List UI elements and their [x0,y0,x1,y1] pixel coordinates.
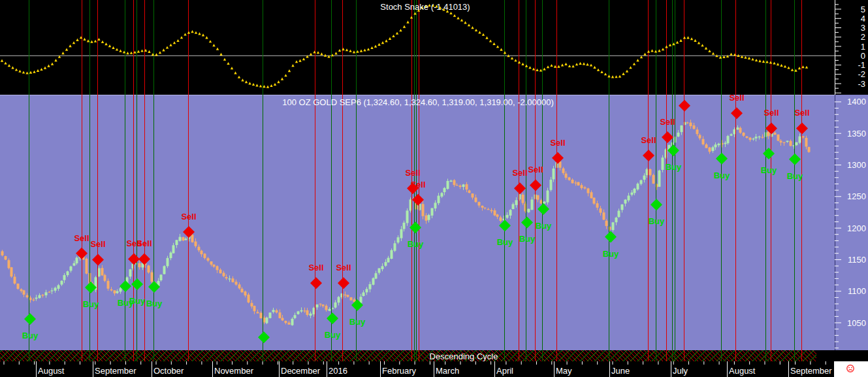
month-label: September [95,366,137,376]
month-label: July [673,366,688,376]
buy-signal-label: Buy [761,165,777,175]
trading-chart-window: SellSellSellSellSellSellSellSellSellSell… [0,0,868,377]
stoch-axis-tick-label: -3 [858,79,865,89]
sell-signal-label: Sell [660,117,675,127]
sell-signal-label: Sell [641,135,656,145]
stoch-panel-bg [0,0,868,95]
buy-signal-label: Buy [83,299,99,309]
buy-signal-label: Buy [22,331,39,340]
sell-signal-label: Sell [90,239,105,249]
buy-signal-label: Buy [649,216,665,226]
buy-signal-label: Buy [408,239,424,249]
buy-signal-label: Buy [666,162,682,172]
buy-signal-label: Buy [349,317,366,327]
buy-signal-label: Buy [325,330,341,340]
buy-signal-label: Buy [603,249,619,259]
sell-signal-label: Sell [336,263,351,272]
stoch-axis-tick-label: 2 [861,32,865,42]
buy-signal-label: Buy [536,221,552,231]
month-label: May [556,366,572,376]
stoch-axis-tick-label: 4 [861,14,865,24]
main-panel-bg [0,95,868,350]
buy-signal-label: Buy [519,234,536,244]
price-axis-tick-label: 1250 [847,191,866,201]
sell-signal-label: Sell [550,138,565,148]
sell-signal-label: Sell [137,238,152,248]
price-axis-tick-label: 1300 [847,160,866,170]
stoch-axis-tick-label: -1 [858,60,865,70]
stoch-axis-tick-label: 0 [861,51,865,61]
price-axis-tick-label: 1050 [847,318,866,328]
price-axis-tick-label: 1150 [848,255,866,265]
sell-signal-label: Sell [528,165,543,174]
sell-signal-label: Sell [308,263,323,272]
price-axis-tick-label: 1100 [848,286,866,296]
chart-canvas[interactable]: SellSellSellSellSellSellSellSellSellSell… [0,0,868,377]
stoch-axis-tick-label: -2 [858,69,865,79]
month-label: October [153,366,184,376]
month-label: February [382,366,417,376]
stoch-axis-tick-label: 1 [861,42,865,52]
cycle-band-hatch-green [0,350,816,361]
stoch-axis-tick-label: 3 [861,23,865,33]
sell-signal-label: Sell [729,93,744,103]
buy-signal-label: Buy [497,237,513,247]
price-axis-tick-label: 1350 [847,129,866,139]
price-axis-tick-label: 1400 [847,97,866,107]
sell-signal-label: Sell [181,212,196,221]
buy-signal-label: Buy [714,171,730,180]
month-label: June [611,366,630,376]
month-label: December [281,366,321,376]
sell-signal-label: Sell [512,168,527,178]
sell-signal-label: Sell [794,108,809,118]
month-label: April [496,366,513,376]
month-label: November [214,366,254,376]
price-axis-tick-label: 1200 [847,223,866,233]
sell-signal-label: Sell [74,233,89,243]
sell-signal-label: Sell [764,108,779,118]
sell-signal-label: Sell [410,180,425,189]
buy-signal-label: Buy [787,171,803,181]
sell-signal-label: Sell [405,168,420,178]
month-label: March [436,366,459,376]
stoch-axis-tick-label: 5 [861,5,865,14]
buy-signal-label: Buy [129,296,146,306]
month-label: August [729,366,756,376]
month-label: August [38,366,65,376]
month-label: 2016 [329,366,347,376]
buy-signal-label: Buy [146,299,163,308]
month-label: September [790,366,832,376]
